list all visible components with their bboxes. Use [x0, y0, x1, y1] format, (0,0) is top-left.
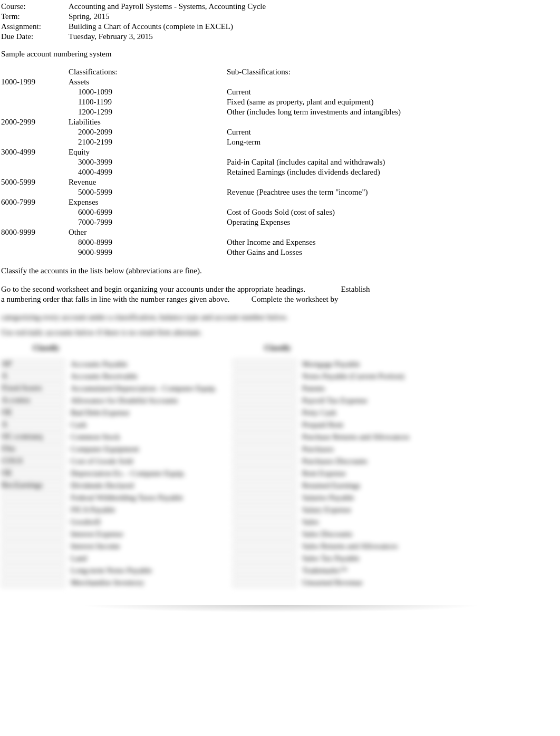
sub-description: Current [227, 127, 490, 137]
account-row: Unearned Revenue [233, 577, 410, 588]
account-name: Federal Withholding Taxes Payable [71, 493, 183, 502]
account-name: Common Stock [71, 433, 120, 442]
sub-range: 5000-5999 [69, 187, 227, 197]
sub-range: 6000-6999 [69, 207, 227, 217]
classification: Expenses [69, 197, 227, 207]
account-name: Purchases [302, 445, 334, 454]
account-row: Land [1, 553, 217, 563]
classify-input[interactable] [1, 577, 65, 588]
classify-input[interactable] [233, 407, 297, 418]
classify-input[interactable] [233, 529, 297, 539]
classify-input[interactable] [233, 468, 297, 479]
classify-input[interactable] [233, 565, 297, 576]
sub-range: 1200-1299 [69, 107, 227, 117]
classify-header-right: Classify [264, 343, 291, 352]
account-name: FICA Payable [71, 505, 115, 514]
numbering-group-row: 6000-7999Expenses [1, 197, 560, 207]
classify-input[interactable] [233, 419, 297, 430]
classify-input[interactable] [1, 553, 65, 563]
classify-input[interactable]: FAn [1, 444, 65, 454]
account-row: Sales Returns and Allowances [233, 541, 410, 551]
classify-input[interactable]: Ret.Earnings [1, 480, 65, 491]
classify-input[interactable] [233, 444, 297, 454]
classify-input[interactable] [1, 492, 65, 503]
classify-input[interactable]: AP [1, 359, 65, 369]
account-name: Goodwill [71, 518, 101, 527]
account-name: Long-term Notes Payable [71, 566, 152, 575]
classify-input[interactable] [233, 541, 297, 551]
classify-input[interactable] [233, 383, 297, 394]
classify-input[interactable] [233, 577, 297, 588]
classify-input[interactable]: Fixed Assets [1, 383, 65, 394]
range: 1000-1999 [1, 77, 69, 87]
classify-input[interactable] [233, 553, 297, 563]
classify-input[interactable]: OE [1, 468, 65, 479]
numbering-sub-row: 1200-1299Other (includes long term inves… [1, 107, 560, 117]
subclassifications-header: Sub-Classifications: [227, 67, 490, 77]
account-row: Purchases [233, 444, 410, 454]
classify-input[interactable]: A [1, 419, 65, 430]
classifications-header: Classifications: [69, 67, 227, 77]
numbering-sub-row: 4000-4999Retained Earnings (includes div… [1, 167, 560, 177]
account-row: Interest Income [1, 541, 217, 551]
sub-description: Retained Earnings (includes dividends de… [227, 167, 490, 177]
account-row: OEDepreciation Ex. - Computer Equip. [1, 468, 217, 479]
classify-input[interactable] [233, 359, 297, 369]
classify-input[interactable]: A-contra [1, 395, 65, 406]
classify-input[interactable]: A [1, 371, 65, 381]
classify-input[interactable]: OC-contraeq [1, 432, 65, 442]
course-value: Accounting and Payroll Systems - Systems… [69, 2, 266, 11]
numbering-sub-row: 2100-2199Long-term [1, 137, 560, 147]
account-name: Sales Returns and Allowances [302, 542, 398, 551]
term-value: Spring, 2015 [69, 12, 110, 21]
page-shadow [81, 605, 481, 613]
classification: Revenue [69, 177, 227, 187]
sub-description: Fixed (same as property, plant and equip… [227, 97, 490, 107]
account-name: Allowance for Doubtful Accounts [71, 396, 178, 405]
classify-input[interactable] [233, 517, 297, 527]
account-name: Purchase Returns and Allowances [302, 433, 410, 442]
sub-range: 7000-7999 [69, 217, 227, 227]
instructions-line-3: a numbering order that falls in line wit… [1, 294, 560, 304]
account-row: Long-term Notes Payable [1, 565, 217, 576]
account-row: Payroll Tax Expense [233, 395, 410, 406]
account-name: Sales Discounts [302, 530, 352, 539]
account-row: FAnComputer Equipment [1, 444, 217, 454]
account-row: Petty Cash [233, 407, 410, 418]
sub-range: 3000-3999 [69, 157, 227, 167]
classify-input[interactable] [233, 395, 297, 406]
account-row: Notes Payable (Current Portion) [233, 371, 410, 381]
classify-input[interactable] [1, 504, 65, 515]
classify-input[interactable] [233, 371, 297, 381]
account-row: Retained Earnings [233, 480, 410, 491]
numbering-sub-row: 6000-6999Cost of Goods Sold (cost of sal… [1, 207, 560, 217]
classify-input[interactable] [1, 565, 65, 576]
classify-input[interactable] [233, 492, 297, 503]
classify-input[interactable] [233, 456, 297, 466]
account-name: Dividends Declared [71, 481, 134, 490]
classify-input[interactable] [233, 504, 297, 515]
account-name: Purchases Discounts [302, 457, 368, 466]
sub-range: 8000-8999 [69, 237, 227, 247]
account-row: Goodwill [1, 517, 217, 527]
classify-input[interactable] [233, 432, 297, 442]
classify-input[interactable] [1, 541, 65, 551]
assignment-value: Building a Chart of Accounts (complete i… [69, 22, 233, 31]
sub-range: 1100-1199 [69, 97, 227, 107]
account-name: Accounts Receivable [71, 372, 138, 381]
classify-input[interactable]: COGS [1, 456, 65, 466]
due-value: Tuesday, February 3, 2015 [69, 32, 153, 41]
classify-input[interactable]: OE [1, 407, 65, 418]
classify-input[interactable] [233, 480, 297, 491]
sub-range: 2000-2099 [69, 127, 227, 137]
account-row: Trademarks™ [233, 565, 410, 576]
classification: Assets [69, 77, 227, 87]
range: 8000-9999 [1, 227, 69, 237]
classify-input[interactable] [1, 517, 65, 527]
account-row: AAccounts Receivable [1, 371, 217, 381]
classify-input[interactable] [1, 529, 65, 539]
numbering-group-row: 3000-4999Equity [1, 147, 560, 157]
numbering-group-row: 1000-1999Assets [1, 77, 560, 87]
blurred-hint-2: Use red-italic accounts below if there i… [1, 328, 560, 337]
account-row: OC-contraeqCommon Stock [1, 432, 217, 442]
